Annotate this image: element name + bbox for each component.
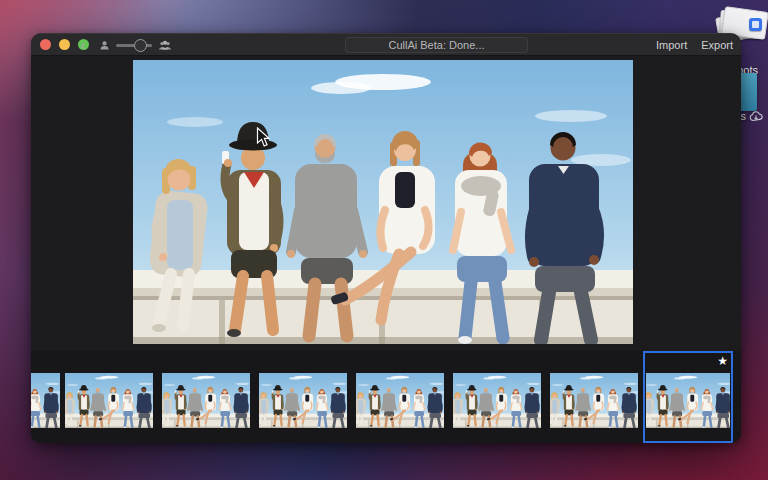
- filmstrip-thumbnail-selected[interactable]: ★: [643, 351, 733, 443]
- star-icon: ★: [717, 353, 728, 369]
- desktop-file-label[interactable]: ts: [737, 110, 763, 122]
- people-group-icon: [158, 40, 172, 51]
- filmstrip-thumbnail[interactable]: [65, 373, 153, 428]
- person-small-icon: [99, 40, 110, 51]
- photo-scene: [133, 60, 633, 344]
- filmstrip-thumbnail[interactable]: [550, 373, 638, 428]
- thumbnail-size-control: [99, 34, 172, 56]
- app-window: ‹ CullAi Beta: Done... Import Export: [31, 33, 741, 443]
- filmstrip-thumbnail[interactable]: [356, 373, 444, 428]
- main-photo[interactable]: [133, 60, 633, 344]
- titlebar[interactable]: ‹ CullAi Beta: Done... Import Export: [31, 34, 741, 56]
- filmstrip-thumbnail[interactable]: [453, 373, 541, 428]
- stack-badge-icon: [749, 18, 762, 31]
- titlebar-buttons: Import Export: [656, 34, 733, 56]
- close-button[interactable]: [40, 39, 51, 50]
- export-button[interactable]: Export: [701, 39, 733, 51]
- filmstrip-thumbnail[interactable]: [31, 373, 60, 428]
- import-button[interactable]: Import: [656, 39, 687, 51]
- back-button[interactable]: ‹: [75, 34, 91, 56]
- cloud-download-icon: [749, 111, 763, 122]
- window-title: CullAi Beta: Done...: [345, 37, 528, 53]
- mouse-cursor: [256, 127, 270, 148]
- filmstrip-thumbnail[interactable]: [646, 373, 730, 428]
- size-slider-knob[interactable]: [134, 39, 147, 52]
- minimize-button[interactable]: [59, 39, 70, 50]
- chevron-left-icon: ‹: [81, 36, 86, 53]
- filmstrip[interactable]: ★: [31, 351, 741, 443]
- filmstrip-thumbnail[interactable]: [259, 373, 347, 428]
- size-slider[interactable]: [116, 44, 152, 47]
- filmstrip-thumbnail[interactable]: [162, 373, 250, 428]
